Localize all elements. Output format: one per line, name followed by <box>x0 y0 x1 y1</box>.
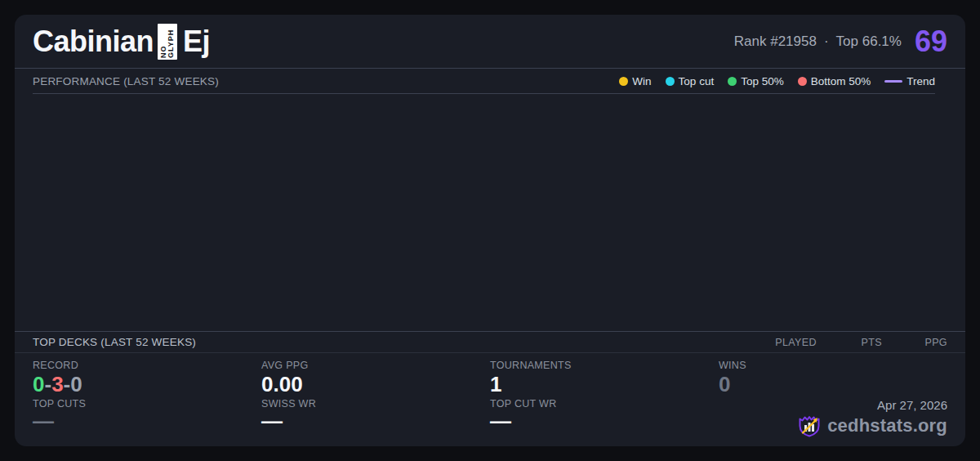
brand-name: cedhstats.org <box>827 415 947 436</box>
player-name-suffix: Ej <box>183 27 210 56</box>
player-name: Cabinian NO GLYPH Ej <box>33 24 210 60</box>
brand-row: cedhstats.org <box>797 414 947 438</box>
bottom50-dot-icon <box>798 77 807 86</box>
swiss-wr-value: — <box>261 412 490 431</box>
stat-record: RECORD 0-3-0 <box>33 360 261 398</box>
record-draws: 0 <box>70 372 82 396</box>
missing-glyph-box: NO GLYPH <box>158 24 177 60</box>
win-dot-icon <box>619 77 628 86</box>
performance-header: PERFORMANCE (LAST 52 WEEKS) Win Top cut … <box>33 69 935 94</box>
player-stats-card: Cabinian NO GLYPH Ej Rank #21958 · Top 6… <box>15 15 965 446</box>
wins-value: 0 <box>719 374 947 396</box>
record-value: 0-3-0 <box>33 374 261 396</box>
legend-item-trend: Trend <box>884 75 935 87</box>
player-name-prefix: Cabinian <box>33 27 154 56</box>
top-decks-heading: TOP DECKS (LAST 52 WEEKS) <box>33 336 196 348</box>
trend-line-icon <box>884 80 902 83</box>
legend-item-top50: Top 50% <box>728 75 784 87</box>
stat-avg-ppg: AVG PPG 0.00 <box>261 360 490 398</box>
cedhstats-shield-logo-icon <box>797 414 822 438</box>
stat-top-cut-wr: TOP CUT WR — <box>490 398 719 438</box>
avg-ppg-value: 0.00 <box>261 374 490 396</box>
record-losses: 3 <box>51 372 63 396</box>
top-decks-header: TOP DECKS (LAST 52 WEEKS) PLAYED PTS PPG <box>15 331 965 353</box>
legend-item-bottom50: Bottom 50% <box>798 75 871 87</box>
chart-legend: Win Top cut Top 50% Bottom 50% Trend <box>619 75 935 87</box>
stat-tournaments: TOURNAMENTS 1 <box>490 360 719 398</box>
card-footer: Apr 27, 2026 cedhstats.org <box>719 398 947 438</box>
separator-dot: · <box>824 34 829 50</box>
top-cut-dot-icon <box>666 77 675 86</box>
stat-swiss-wr: SWISS WR — <box>261 398 490 438</box>
column-played: PLAYED <box>751 337 817 348</box>
stat-wins: WINS 0 <box>719 360 947 398</box>
rank-number: Rank #21958 <box>734 34 817 50</box>
stat-top-cuts: TOP CUTS — <box>33 398 261 438</box>
card-header: Cabinian NO GLYPH Ej Rank #21958 · Top 6… <box>15 15 965 69</box>
record-wins: 0 <box>33 372 44 396</box>
performance-heading: PERFORMANCE (LAST 52 WEEKS) <box>33 75 219 87</box>
top-cuts-value: — <box>33 412 261 431</box>
performance-chart <box>15 94 965 331</box>
player-score: 69 <box>915 27 947 56</box>
legend-item-top-cut: Top cut <box>666 75 715 87</box>
top-cut-wr-value: — <box>490 412 719 431</box>
stats-grid: RECORD 0-3-0 AVG PPG 0.00 TOURNAMENTS 1 … <box>15 353 965 446</box>
top-decks-columns: PLAYED PTS PPG <box>751 337 947 348</box>
column-pts: PTS <box>817 337 882 348</box>
percentile: Top 66.1% <box>836 34 902 50</box>
card-date: Apr 27, 2026 <box>877 398 947 412</box>
top50-dot-icon <box>728 77 737 86</box>
rank-summary: Rank #21958 · Top 66.1% 69 <box>734 27 947 56</box>
column-ppg: PPG <box>882 337 947 348</box>
tournaments-value: 1 <box>490 374 719 396</box>
legend-item-win: Win <box>619 75 651 87</box>
